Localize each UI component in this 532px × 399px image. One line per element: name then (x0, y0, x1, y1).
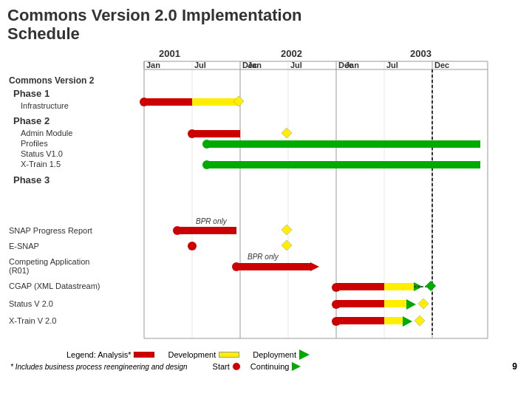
arrow-xtrainv2 (403, 316, 412, 327)
month-jul01: Jul (194, 61, 206, 69)
legend-continuing-arrow (292, 362, 301, 371)
legend-continuing-label: Continuing (250, 362, 290, 371)
diamond-xtrainv2 (415, 316, 425, 326)
legend-footnote-area: * Includes business process reengineerin… (10, 362, 301, 371)
bar-admin-red (192, 130, 240, 137)
label-statusv1: Status V1.0 (21, 149, 63, 158)
label-xtrainv2: X-Train V 2.0 (9, 316, 56, 325)
legend-start-label: Start (213, 362, 230, 371)
legend-start-dot (233, 363, 240, 370)
legend-area: Legend: Analysis* Development Deployment (7, 349, 525, 360)
diamond-statusv2 (418, 299, 429, 309)
label-snap: SNAP Progress Report (9, 226, 92, 235)
bar-xtrain15-green (207, 161, 480, 168)
legend-label: Legend: Analysis* (66, 350, 131, 359)
label-phase2: Phase 2 (13, 115, 50, 126)
label-admin: Admin Module (21, 129, 72, 137)
month-jan01: Jan (146, 61, 160, 69)
bar-snap-red (177, 227, 236, 234)
label-phase1: Phase 1 (13, 88, 50, 99)
dot-phase1-start (140, 98, 149, 106)
bar-cgap-yellow (384, 283, 414, 290)
bar-competing-red (236, 263, 310, 270)
month-jul02: Jul (290, 61, 302, 69)
label-cgap: CGAP (XML Datastream) (9, 282, 100, 290)
label-profiles: Profiles (21, 139, 48, 148)
page-number: 9 (512, 361, 517, 372)
legend-bottom: * Includes business process reengineerin… (7, 361, 525, 372)
gantt-chart: 2001 2002 2003 Jan Jul Dec Jan Jul Dec J… (7, 47, 532, 349)
month-dec03: Dec (434, 61, 449, 69)
footnote-text: * Includes business process reengineerin… (10, 363, 188, 371)
bar-xtrainv2-yellow (384, 317, 403, 324)
title-area: Commons Version 2.0 Implementation Sched… (7, 6, 525, 44)
legend-analysis-bar (134, 352, 154, 358)
month-jul03: Jul (386, 61, 398, 69)
legend-dev-bar (219, 352, 239, 358)
label-statusv2: Status V 2.0 (9, 299, 53, 308)
bar-phase1-yellow (192, 98, 240, 106)
year-2003: 2003 (410, 48, 432, 59)
bar-xtrainv2-red (336, 317, 384, 324)
label-bpr-competing: BPR only (248, 253, 279, 261)
label-bpr-snap: BPR only (196, 217, 228, 225)
label-commons-v2: Commons Version 2 (9, 75, 95, 86)
bar-phase1-red (144, 98, 192, 106)
year-2001: 2001 (159, 48, 180, 59)
label-esnap: E-SNAP (9, 242, 39, 250)
legend-deploy-arrow (299, 349, 310, 360)
diamond-esnap-end (282, 240, 292, 250)
bar-profiles-green (207, 140, 480, 148)
page-title: Commons Version 2.0 Implementation Sched… (7, 6, 302, 44)
legend-dep-label: Deployment (253, 350, 296, 359)
dot-competing-start (232, 262, 241, 271)
bar-statusv2-red (336, 300, 384, 307)
dot-profiles-start (202, 140, 211, 149)
label-competing-app-r01: (R01) (9, 266, 30, 275)
label-xtrain15: X-Train 1.5 (21, 160, 61, 168)
diamond-snap-end (282, 225, 292, 235)
bar-statusv2-yellow (384, 300, 406, 307)
bar-cgap-red (336, 283, 384, 290)
arrow-competing (310, 262, 319, 271)
year-2002: 2002 (281, 48, 302, 59)
month-jan02: Jan (248, 61, 262, 69)
dot-esnap-start (188, 242, 197, 250)
arrow-statusv2 (406, 299, 416, 310)
month-jan03: Jan (345, 61, 359, 69)
dot-xtrain15-start (202, 160, 211, 169)
label-competing-app: Competing Application (9, 257, 89, 266)
legend-dev-label: Development (168, 350, 216, 359)
dot-admin-start (188, 129, 197, 138)
page: Commons Version 2.0 Implementation Sched… (0, 0, 532, 399)
dot-snap-start (173, 226, 182, 235)
label-infrastructure: Infrastructure (21, 101, 69, 110)
diamond-admin-end (282, 128, 292, 138)
diamond-cgap (426, 281, 436, 291)
label-phase3: Phase 3 (13, 174, 50, 185)
